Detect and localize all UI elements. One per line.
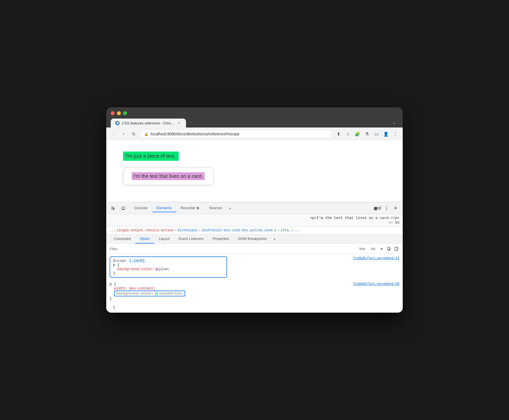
tab-properties[interactable]: Properties <box>208 234 234 244</box>
copy-styles-icon[interactable] <box>386 246 392 252</box>
dollar-ref: == $0 <box>388 221 399 225</box>
css-at-rule-line: @scope (.card) <box>113 259 224 263</box>
scope-argument: (.card) <box>128 258 146 263</box>
tab-dom-breakpoints[interactable]: DOM Breakpoints <box>234 234 271 244</box>
svg-rect-2 <box>122 207 125 209</box>
lock-icon: 🔒 <box>144 132 149 136</box>
back-button[interactable]: ‹ <box>110 130 117 138</box>
css-property-line-1: background-color: plum; <box>113 267 224 271</box>
minimize-button[interactable] <box>117 111 121 115</box>
forward-button[interactable]: › <box>120 130 128 138</box>
title-bar: CSS features reference - Chro… × + ⌄ <box>106 107 403 128</box>
tab-layout[interactable]: Layout <box>154 234 174 244</box>
css-tab-more-button[interactable]: » <box>271 235 278 243</box>
plain-text-block: I'm just a piece of text. <box>123 152 386 167</box>
browser-menu-icon[interactable]: ⋮ <box>392 130 399 138</box>
device-toolbar-icon[interactable] <box>120 204 128 212</box>
hov-button[interactable]: :hov <box>357 246 367 252</box>
more-options-icon[interactable] <box>383 204 390 212</box>
extensions-icon[interactable]: 🧩 <box>354 130 361 138</box>
elements-selected-element: <p>I'm the text that lives on a card.</p… <box>106 214 403 227</box>
address-bar[interactable]: 🔒 localhost:8080/docs/devtools/css/refer… <box>140 130 332 138</box>
filter-bar: :hov .cls + <box>106 244 403 254</box>
width-property: width: max-content; <box>114 286 155 291</box>
add-style-button[interactable]: + <box>378 246 385 252</box>
dom-path-single[interactable]: single-output.results-active <box>117 228 173 232</box>
css-selector-line-1: p { <box>113 263 224 267</box>
traffic-lights <box>111 111 398 115</box>
css-panel-tabs: Computed Styles Layout Event Listeners P… <box>106 234 403 244</box>
svg-point-1 <box>117 122 118 124</box>
dom-path-ellipsis: ... <box>110 228 116 232</box>
plum-swatch <box>155 268 158 271</box>
at-rule-keyword: @scope <box>113 259 128 263</box>
sidebar-icon[interactable] <box>393 246 399 252</box>
split-view-icon[interactable]: ▭ <box>373 130 380 138</box>
tab-menu-button[interactable]: ⌄ <box>390 119 398 126</box>
plum-value: plum; <box>159 267 170 271</box>
address-text: localhost:8080/docs/devtools/css/referen… <box>151 132 328 136</box>
background-color-property: background-color: <box>117 267 155 271</box>
tab-elements[interactable]: Elements <box>152 204 176 212</box>
devtools-tabs: Console Elements Recorder Sources » <box>130 204 371 212</box>
svg-rect-7 <box>395 247 398 251</box>
dom-path-end-ellipsis: ... <box>295 228 301 232</box>
tab-sources[interactable]: Sources <box>204 204 227 212</box>
css-rule-source-1[interactable]: YzaBqOo?ani…pe=embed:24 <box>353 256 399 260</box>
dom-path-result-box[interactable]: div#result-box.code-box.active.zoom-1 <box>202 228 276 232</box>
tab-bar: CSS features reference - Chro… × + ⌄ <box>111 119 398 128</box>
cls-button[interactable]: .cls <box>368 246 377 252</box>
css-rule-source-2[interactable]: YzaBqOo?ani…pe=embed:28 <box>353 282 399 286</box>
close-button[interactable] <box>111 111 115 115</box>
devtools-toolbar: Console Elements Recorder Sources » ⚙ <box>106 202 403 214</box>
aquamarine-value: aquamarine; <box>159 291 183 296</box>
inspect-element-icon[interactable] <box>110 204 117 212</box>
selected-element-code: <p>I'm the text that lives on a card.</p… <box>310 216 399 220</box>
css-rules-panel: YzaBqOo?ani…pe=embed:24 @scope (.card) p… <box>106 254 403 313</box>
svg-rect-3 <box>123 209 124 210</box>
css-close-brace-2: } <box>110 296 399 301</box>
tab-styles[interactable]: Styles <box>135 234 154 244</box>
settings-icon[interactable]: ⚙ <box>374 204 381 212</box>
tab-console[interactable]: Console <box>130 204 152 212</box>
strikethrough-bg-property: background-color: <box>116 291 154 296</box>
tab-more-button[interactable]: » <box>227 204 233 212</box>
page-content: I'm just a piece of text. I'm the text t… <box>106 140 403 202</box>
tab-title: CSS features reference - Chro… <box>122 121 175 125</box>
tab-close-button[interactable]: × <box>177 121 182 125</box>
maximize-button[interactable] <box>123 111 127 115</box>
close-devtools-button[interactable]: ✕ <box>392 204 399 212</box>
css-rule-p: YzaBqOo?ani…pe=embed:28 p { width: max-c… <box>110 282 399 301</box>
svg-rect-4 <box>122 210 124 210</box>
css-bg-strikethrough-line: background-color: aquamarine; <box>110 291 399 296</box>
aquamarine-swatch <box>155 292 158 295</box>
bookmark-icon[interactable]: ☆ <box>344 130 352 138</box>
share-icon[interactable]: ⬆ <box>334 130 342 138</box>
tab-recorder[interactable]: Recorder <box>176 204 204 212</box>
browser-window: CSS features reference - Chro… × + ⌄ ‹ ›… <box>106 107 403 313</box>
dom-breadcrumb-path: ... single-output.results-active › div#o… <box>106 227 403 234</box>
browser-toolbar: ‹ › ↻ 🔒 localhost:8080/docs/devtools/css… <box>106 128 403 140</box>
partial-css-rule: { <box>110 305 399 310</box>
svg-rect-6 <box>387 247 390 250</box>
css-selector-p2: p { <box>110 282 116 286</box>
dom-path-output[interactable]: div#output <box>177 228 197 232</box>
filter-input[interactable] <box>110 247 355 251</box>
toolbar-icons: ⬆ ☆ 🧩 ⚗ ▭ 👤 ⋮ <box>334 130 399 138</box>
card-text: I'm the text that lives on a card. <box>132 172 205 180</box>
new-tab-button[interactable]: + <box>187 119 195 126</box>
flask-icon[interactable]: ⚗ <box>363 130 371 138</box>
plain-text: I'm just a piece of text. <box>123 152 179 161</box>
chrome-favicon-icon <box>115 121 120 125</box>
css-selector-p: p { <box>113 263 119 267</box>
css-rule-scope: YzaBqOo?ani…pe=embed:24 @scope (.card) p… <box>110 256 399 278</box>
refresh-button[interactable]: ↻ <box>130 130 138 138</box>
devtools-toolbar-right: ⚙ ✕ <box>374 204 399 212</box>
devtools-panel: Console Elements Recorder Sources » ⚙ <box>106 202 403 313</box>
tab-computed[interactable]: Computed <box>110 234 135 244</box>
profile-icon[interactable]: 👤 <box>382 130 390 138</box>
active-tab[interactable]: CSS features reference - Chro… × <box>111 119 186 128</box>
filter-buttons: :hov .cls + <box>357 246 399 252</box>
tab-event-listeners[interactable]: Event Listeners <box>174 234 208 244</box>
dom-path-iframe[interactable]: ifra… <box>281 228 291 232</box>
